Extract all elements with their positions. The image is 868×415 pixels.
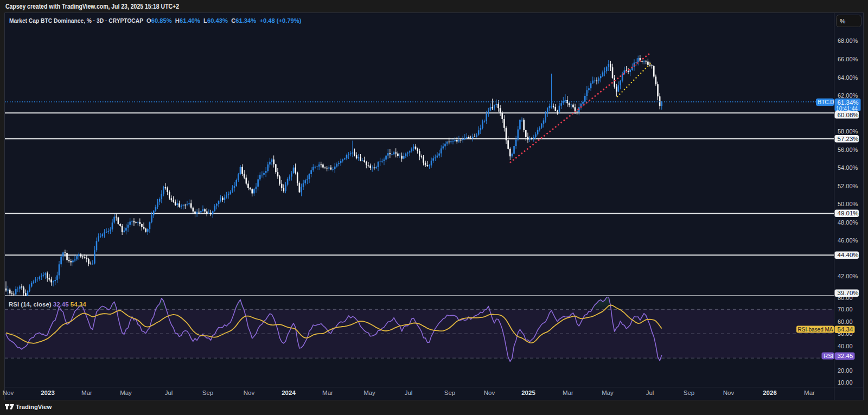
svg-text:64.00%: 64.00% — [838, 74, 858, 81]
svg-text:2023: 2023 — [41, 390, 55, 396]
svg-text:Market Cap BTC Dominance, % ·: Market Cap BTC Dominance, % · 3D · CRYPT… — [9, 17, 143, 24]
svg-text:%: % — [840, 18, 845, 24]
svg-text:Jul: Jul — [165, 390, 173, 396]
svg-text:2024: 2024 — [282, 390, 296, 396]
svg-text:48.00%: 48.00% — [838, 219, 858, 226]
svg-text:68.00%: 68.00% — [838, 37, 858, 44]
svg-text:2025: 2025 — [521, 390, 535, 396]
svg-text:54.34: 54.34 — [838, 326, 853, 333]
svg-text:70.00: 70.00 — [838, 306, 853, 312]
svg-text:56.00%: 56.00% — [838, 146, 858, 153]
svg-text:42.00%: 42.00% — [838, 273, 858, 279]
svg-text:2026: 2026 — [763, 390, 777, 396]
svg-text:Sep: Sep — [202, 390, 213, 396]
svg-text:20.00: 20.00 — [838, 367, 853, 374]
svg-text:49.01%: 49.01% — [838, 210, 859, 216]
svg-text:44.40%: 44.40% — [838, 252, 859, 258]
svg-text:Jul: Jul — [646, 390, 654, 396]
svg-text:Mar: Mar — [81, 390, 92, 396]
svg-text:BTC.D: BTC.D — [818, 99, 834, 105]
svg-text:RSI: RSI — [824, 353, 834, 359]
svg-text:Sep: Sep — [684, 390, 694, 396]
svg-text:58.00%: 58.00% — [838, 128, 858, 135]
svg-text:Mar: Mar — [563, 390, 573, 396]
svg-text:May: May — [120, 390, 132, 396]
svg-text:RSI-based MA: RSI-based MA — [798, 327, 833, 333]
svg-text:Capsey created with TradingVie: Capsey created with TradingView.com, Jul… — [5, 3, 179, 10]
svg-text:Nov: Nov — [484, 390, 495, 396]
svg-text:Sep: Sep — [444, 390, 455, 396]
svg-text:May: May — [363, 390, 375, 396]
svg-text:60.00: 60.00 — [838, 318, 853, 325]
svg-text:May: May — [602, 390, 614, 396]
svg-text:RSI (14, close) 32.45 54.34: RSI (14, close) 32.45 54.34 — [9, 301, 86, 308]
svg-text:54.00%: 54.00% — [838, 164, 858, 171]
svg-text:Nov: Nov — [723, 390, 735, 396]
svg-text:62.00%: 62.00% — [838, 92, 858, 99]
svg-text:10:41:44: 10:41:44 — [836, 106, 858, 112]
svg-text:46.00%: 46.00% — [838, 237, 858, 244]
svg-text:Mar: Mar — [804, 390, 815, 396]
svg-text:Nov: Nov — [244, 390, 255, 396]
svg-text:60.08%: 60.08% — [838, 112, 859, 118]
svg-text:Mar: Mar — [322, 390, 333, 396]
svg-text:Jul: Jul — [405, 390, 413, 396]
svg-text:TradingView: TradingView — [16, 404, 52, 410]
svg-text:52.00%: 52.00% — [838, 183, 858, 189]
svg-text:O60.85% H61.40% L60.43% C61: O60.85% H61.40% L60.43% C61.34% +0.48 (+… — [146, 17, 302, 24]
svg-text:66.00%: 66.00% — [838, 56, 858, 62]
svg-text:10.00: 10.00 — [838, 379, 853, 386]
svg-text:61.34%: 61.34% — [838, 99, 859, 106]
svg-text:Nov: Nov — [3, 390, 14, 396]
svg-text:40.00: 40.00 — [838, 343, 853, 349]
svg-text:32.45: 32.45 — [838, 353, 853, 359]
svg-text:50.00%: 50.00% — [838, 201, 858, 207]
svg-text:39.70%: 39.70% — [838, 290, 859, 296]
svg-text:57.23%: 57.23% — [838, 136, 859, 142]
